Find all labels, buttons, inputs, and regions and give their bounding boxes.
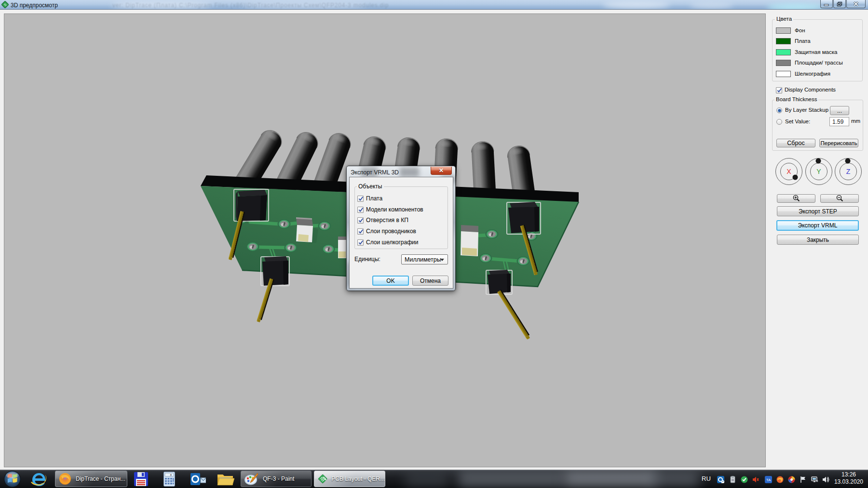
svg-text:Z: Z [846,168,851,175]
svg-text:X: X [787,168,791,175]
svg-text:Y: Y [816,168,821,175]
svg-text:TA: TA [766,478,771,482]
